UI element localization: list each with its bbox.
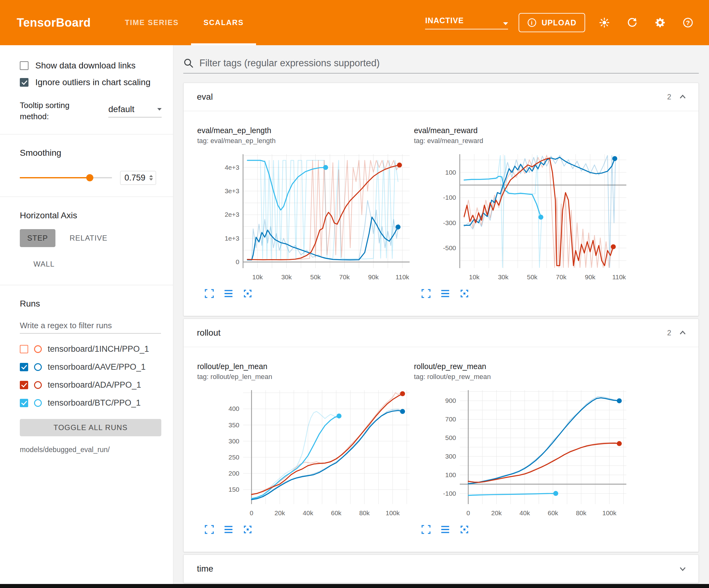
svg-text:30k: 30k	[498, 274, 508, 281]
sidebar-divider	[0, 197, 173, 197]
fit-domain-icon[interactable]	[459, 288, 470, 299]
svg-text:110k: 110k	[396, 274, 409, 281]
collapse-section-icon[interactable]	[678, 92, 687, 102]
svg-text:i: i	[531, 20, 533, 26]
smoothing-slider[interactable]	[20, 177, 112, 178]
svg-text:110k: 110k	[612, 274, 626, 281]
tooltip-sorting-dropdown[interactable]: default	[108, 104, 162, 117]
expand-section-icon[interactable]	[678, 564, 687, 573]
expand-chart-icon[interactable]	[421, 524, 431, 535]
svg-text:0: 0	[250, 509, 254, 516]
horizontal-axis-options: STEPRELATIVEWALL	[20, 229, 125, 273]
run-list: tensorboard/1INCH/PPO_1tensorboard/AAVE/…	[20, 340, 164, 412]
run-color-circle[interactable]	[34, 345, 42, 353]
runs-label: Runs	[20, 299, 164, 309]
settings-button[interactable]	[651, 14, 669, 31]
refresh-icon	[627, 17, 638, 28]
brightness-toggle-button[interactable]	[596, 14, 613, 31]
section-header-time[interactable]: time	[184, 555, 699, 583]
section-count: 2	[667, 329, 671, 337]
run-color-circle[interactable]	[34, 399, 42, 407]
section-header-eval[interactable]: eval 2	[184, 83, 699, 111]
svg-text:20k: 20k	[491, 509, 502, 516]
app-title: TensorBoard	[17, 16, 91, 29]
horizontal-axis-label: Horizontal Axis	[20, 210, 164, 221]
chart-rollout-ep-rew-mean: rollout/ep_rew_mean tag: rollout/ep_rew_…	[414, 362, 631, 536]
run-row: tensorboard/ADA/PPO_1	[20, 376, 164, 394]
chart-title: rollout/ep_len_mean	[197, 362, 414, 371]
run-label: tensorboard/BTC/PPO_1	[48, 398, 140, 408]
section-header-rollout[interactable]: rollout 2	[184, 319, 699, 347]
axis-option-relative[interactable]: RELATIVE	[62, 229, 115, 247]
chart-title: rollout/ep_rew_mean	[414, 362, 631, 371]
expand-chart-icon[interactable]	[421, 288, 431, 299]
axis-option-step[interactable]: STEP	[20, 229, 55, 247]
chart-eval-mean-ep-length: eval/mean_ep_length tag: eval/mean_ep_le…	[197, 126, 414, 300]
upload-button[interactable]: i UPLOAD	[519, 13, 585, 32]
data-table-icon[interactable]	[440, 288, 450, 299]
tag-filter-bar	[183, 58, 699, 73]
chart-tag: tag: rollout/ep_rew_mean	[414, 373, 631, 381]
expand-chart-icon[interactable]	[204, 288, 215, 299]
tab-scalars[interactable]: SCALARS	[191, 0, 256, 45]
status-dropdown[interactable]: INACTIVE	[425, 16, 508, 29]
tab-time-series[interactable]: TIME SERIES	[112, 0, 191, 45]
fit-domain-icon[interactable]	[459, 524, 470, 535]
runs-filter-input[interactable]	[20, 318, 161, 333]
show-download-links-checkbox[interactable]	[20, 61, 28, 70]
collapse-section-icon[interactable]	[678, 328, 687, 337]
status-dropdown-value: INACTIVE	[425, 16, 464, 25]
svg-text:2e+3: 2e+3	[225, 211, 239, 218]
ignore-outliers-label: Ignore outliers in chart scaling	[35, 77, 151, 87]
svg-text:70k: 70k	[556, 274, 567, 281]
svg-text:90k: 90k	[585, 274, 595, 281]
chart-tag: tag: rollout/ep_len_mean	[197, 373, 414, 381]
reload-button[interactable]	[624, 14, 641, 31]
svg-text:100k: 100k	[603, 509, 617, 516]
run-checkbox[interactable]	[20, 363, 28, 371]
section-card-time: time	[183, 555, 699, 583]
chart-title: eval/mean_ep_length	[197, 126, 414, 135]
top-tabs: TIME SERIESSCALARS	[112, 0, 256, 45]
axis-option-wall[interactable]: WALL	[26, 255, 62, 273]
data-table-icon[interactable]	[223, 288, 234, 299]
run-color-circle[interactable]	[34, 363, 42, 371]
ignore-outliers-checkbox[interactable]	[20, 78, 28, 87]
svg-text:50k: 50k	[310, 274, 321, 281]
run-checkbox[interactable]	[20, 345, 28, 353]
svg-text:900: 900	[445, 397, 456, 404]
main-content: eval 2 eval/mean_ep_length tag: eval/mea…	[174, 45, 709, 588]
smoothing-value-input[interactable]: 0.759	[120, 171, 156, 185]
sidebar-divider	[0, 134, 173, 134]
chevron-down-icon	[503, 22, 508, 25]
svg-text:60k: 60k	[548, 509, 558, 516]
chart-eval-mean-reward: eval/mean_reward tag: eval/mean_reward 1…	[414, 126, 631, 300]
run-checkbox[interactable]	[20, 381, 28, 389]
svg-text:10k: 10k	[469, 274, 479, 281]
tag-filter-input[interactable]	[200, 58, 699, 69]
fit-domain-icon[interactable]	[242, 288, 253, 299]
run-row: tensorboard/AAVE/PPO_1	[20, 358, 164, 376]
run-label: tensorboard/ADA/PPO_1	[48, 380, 141, 390]
fit-domain-icon[interactable]	[242, 524, 253, 535]
data-table-icon[interactable]	[440, 524, 450, 535]
svg-text:-100: -100	[443, 490, 456, 497]
toggle-all-runs-button[interactable]: TOGGLE ALL RUNS	[20, 419, 161, 436]
svg-text:500: 500	[445, 434, 456, 441]
spinner-down-icon	[149, 178, 153, 180]
help-button[interactable]: ?	[679, 14, 697, 31]
smoothing-spinner[interactable]	[149, 175, 153, 180]
run-color-circle[interactable]	[34, 381, 42, 389]
chart-plot[interactable]: 10k30k50k70k90k110k01e+32e+33e+34e+3	[215, 150, 414, 285]
smoothing-slider-thumb[interactable]	[86, 174, 94, 181]
chart-plot[interactable]: 020k40k60k80k100k150200250300350400	[215, 386, 414, 521]
tooltip-sorting-label: Tooltip sorting method:	[20, 100, 82, 122]
expand-chart-icon[interactable]	[204, 524, 215, 535]
chart-plot[interactable]: 10k30k50k70k90k110k-500-300-100100	[431, 150, 631, 285]
data-table-icon[interactable]	[223, 524, 234, 535]
run-checkbox[interactable]	[20, 399, 28, 407]
chart-tag: tag: eval/mean_ep_length	[197, 137, 414, 145]
chart-plot[interactable]: 020k40k60k80k100k-100100300500700900	[431, 386, 631, 521]
svg-text:40k: 40k	[303, 509, 313, 516]
settings-sidebar: Show data download links Ignore outliers…	[0, 45, 174, 588]
